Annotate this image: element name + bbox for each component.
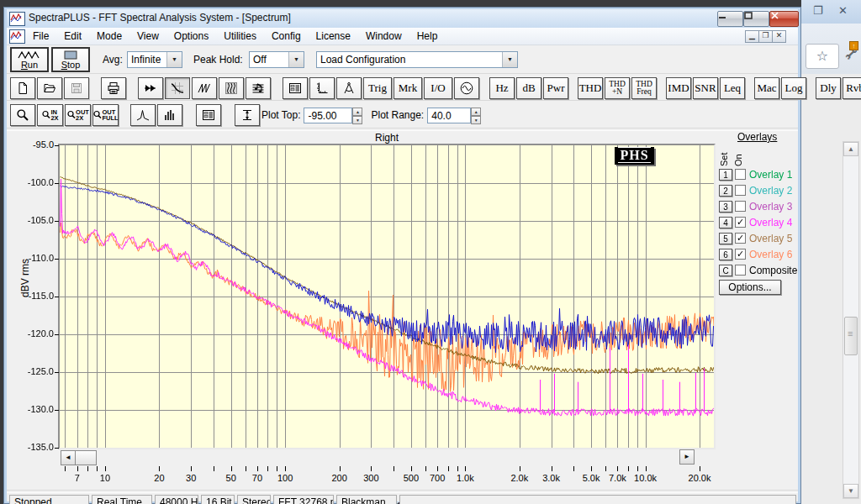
reverb-button[interactable]: Rvb [843,77,861,99]
mdi-close-button[interactable]: ✕ [772,30,786,43]
zoom-out-full-button[interactable]: OUTFULL [92,104,119,126]
scrollbar-thumb[interactable] [844,317,858,355]
frequency-units-button[interactable]: Hz [489,77,515,99]
button-label: THD [579,81,602,95]
maximize-button[interactable] [743,11,769,27]
open-file-button[interactable] [37,77,62,99]
measurements-button[interactable] [336,77,362,99]
load-configuration-select[interactable]: Load Configuration▼ [316,51,518,68]
spin-down-icon[interactable]: ▼ [471,116,481,124]
overlay-checkbox-1[interactable] [735,169,746,180]
overlay-set-button-2[interactable]: 2 [719,185,732,197]
delay-button[interactable]: Dly [816,77,841,99]
scroll-up-icon[interactable]: ▲ [843,142,858,156]
power-button[interactable]: Pwr [543,77,568,99]
overlay-checkbox-5[interactable]: ✓ [735,233,746,244]
menu-options[interactable]: Options [166,28,216,44]
overlay-checkbox-c[interactable] [735,265,746,276]
markers-button[interactable]: Mrk [394,77,422,99]
overlay-set-button-6[interactable]: 6 [719,249,732,260]
zoom-in-2x-button[interactable]: IN2X [37,104,63,126]
overlay-checkbox-4[interactable]: ✓ [735,217,746,228]
plot-scrollbar-thumb[interactable] [75,450,97,465]
browser-restore-icon[interactable]: ❐ [813,4,823,17]
overlay-set-button-4[interactable]: 4 [719,217,732,228]
thd-button[interactable]: THD [578,77,603,99]
zoom-button[interactable] [10,104,35,126]
peak-hold-select[interactable]: Off▼ [249,51,304,68]
overlay-checkbox-6[interactable]: ✓ [735,249,746,260]
phase-view-button[interactable] [246,77,271,99]
x-tick [77,466,78,471]
overlay-set-button-5[interactable]: 5 [719,233,732,244]
plot-range-input[interactable]: 40.0 [427,108,471,123]
spin-up-icon[interactable]: ▲ [352,108,362,116]
overlay-set-button-3[interactable]: 3 [719,201,732,213]
plot-scroll-left-icon[interactable]: ◄ [61,450,76,465]
menu-config[interactable]: Config [264,28,309,44]
menu-file[interactable]: File [25,28,56,44]
input-output-button[interactable]: I/O [424,77,452,99]
save-file-button[interactable] [64,77,89,99]
close-button[interactable] [769,11,799,27]
avg-select[interactable]: Infinite▼ [127,51,182,68]
stop-button[interactable]: Stop [51,47,90,72]
menu-utilities[interactable]: Utilities [216,28,264,44]
macro-button[interactable]: Mac [754,77,779,99]
display-options-button[interactable] [283,77,308,99]
plot-top-input-spinner[interactable]: ▲▼ [352,108,362,123]
thd-freq-button[interactable]: THDFreq [631,77,657,99]
mini-zoom-icon [66,110,76,121]
status-panel-fft-32768-pts: FFT 32768 pts [273,495,334,504]
bar-display-button[interactable] [157,104,182,126]
plot-top-input[interactable]: -95.00 [304,108,352,123]
spectrogram-view-button[interactable] [219,77,244,99]
menu-edit[interactable]: Edit [56,28,89,44]
menu-window[interactable]: Window [358,28,409,44]
imd-button[interactable]: IMD [666,77,691,99]
spin-down-icon[interactable]: ▼ [352,116,362,124]
menu-help[interactable]: Help [409,28,446,44]
print-button[interactable] [101,77,126,99]
menu-view[interactable]: View [129,28,166,44]
spectrum-view-button[interactable] [165,77,190,99]
zoom-out-2x-button[interactable]: OUT2X [65,104,91,126]
mdi-document-icon[interactable] [9,29,25,44]
auto-range-button[interactable] [235,104,260,126]
new-file-button[interactable] [10,77,35,99]
leq-button[interactable]: Leq [720,77,745,99]
fast-forward-button[interactable] [138,77,163,99]
overlay-checkbox-3[interactable] [735,201,746,212]
time-series-view-button[interactable] [192,77,217,99]
bookmark-star-icon[interactable]: ☆ [806,44,839,69]
thd-n-button[interactable]: THD+N [605,77,630,99]
titlebar[interactable]: SpectraPLUS - FFT Spectral Analysis Syst… [7,9,798,28]
run-button[interactable]: Run [10,47,49,72]
overlay-options-button[interactable]: Options... [719,280,781,295]
scaling-button[interactable] [309,77,335,99]
plot-scroll-right-icon[interactable]: ► [679,449,695,465]
peak-display-button[interactable] [130,104,156,126]
logging-button[interactable]: Log [781,77,806,99]
minimize-button[interactable] [717,11,743,27]
menu-mode[interactable]: Mode [89,28,129,44]
browser-close-icon[interactable]: ✕ [838,4,848,17]
mdi-restore-button[interactable]: ❐ [758,30,773,43]
stop-square-icon [63,50,78,60]
overlay-set-button-c[interactable]: C [719,265,732,276]
overlay-checkbox-2[interactable] [735,185,746,196]
spin-up-icon[interactable]: ▲ [471,108,481,116]
toolbar-zoom-scale: IN2XOUT2XOUTFULLPlot Top:-95.00▲▼Plot Ra… [7,102,798,128]
overlay-set-button-1[interactable]: 1 [719,169,732,181]
decibel-units-button[interactable]: dB [516,77,541,99]
spectrum-chart[interactable] [60,145,714,448]
snr-button[interactable]: SNR [693,77,718,99]
signal-generator-button[interactable] [454,77,479,99]
trigger-button[interactable]: Trig [363,77,392,99]
plot-range-input-spinner[interactable]: ▲▼ [471,108,481,123]
mdi-minimize-button[interactable]: ▁ [745,30,759,43]
browser-scrollbar[interactable]: ▲ ▼ [843,141,859,499]
menu-license[interactable]: License [309,28,358,44]
plot-options-button[interactable] [196,104,221,126]
scroll-down-icon[interactable]: ▼ [843,484,858,498]
